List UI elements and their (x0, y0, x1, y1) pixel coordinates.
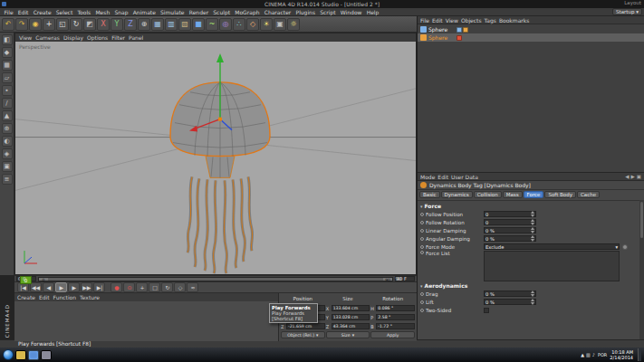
menu-mesh[interactable]: Mesh (93, 9, 112, 15)
drag-field[interactable]: 0 % (484, 291, 536, 297)
viewport-3d-scene[interactable] (15, 42, 416, 274)
keyframe-dot[interactable] (420, 229, 424, 233)
snap-icon[interactable]: ◈ (2, 148, 13, 159)
object-menu-objects[interactable]: Objects (461, 17, 485, 24)
coordinate-system-icon[interactable]: ⊕ (138, 18, 150, 31)
camera-icon[interactable]: ▣ (274, 18, 286, 31)
menu-render[interactable]: Render (187, 9, 211, 15)
object-row-sphere-0[interactable]: Sphere (418, 25, 644, 33)
object-menu-tags[interactable]: Tags (485, 17, 499, 24)
scrollbar-thumb[interactable] (640, 202, 643, 238)
select-knob-icon[interactable] (622, 244, 628, 250)
model-mode-icon[interactable]: ◆ (2, 47, 13, 58)
history-icon[interactable]: ≡ (2, 174, 13, 185)
object-row-sphere-1[interactable]: Sphere (418, 33, 644, 42)
workplane-mode-icon[interactable]: ▱ (2, 72, 13, 83)
force-list-box[interactable] (484, 251, 620, 281)
value-spinner[interactable] (531, 227, 534, 233)
next-frame-button[interactable]: ▶ (68, 282, 80, 292)
keyframe-dot[interactable] (420, 221, 424, 224)
live-selection-icon[interactable]: ◉ (29, 18, 42, 31)
coord-mode-select[interactable]: Object (Rel.)▾ (281, 331, 325, 338)
menu-mograph[interactable]: MoGraph (233, 9, 262, 15)
attr-tab-soft-body[interactable]: Soft Body (544, 191, 576, 198)
edges-mode-icon[interactable]: / (2, 98, 13, 109)
layout-select[interactable]: Startup ▾ (612, 8, 642, 15)
move-icon[interactable]: + (43, 18, 55, 31)
taskbar-explorer-icon[interactable] (15, 350, 26, 360)
section-collapse-icon[interactable]: ▾ (420, 204, 423, 209)
record-parameter-button[interactable]: ◇ (174, 282, 186, 292)
material-menu-texture[interactable]: Texture (80, 294, 103, 300)
attr-section-aerodynamics[interactable]: ▾Aerodynamics (420, 281, 639, 290)
section-collapse-icon[interactable]: ▾ (420, 283, 423, 289)
keyframe-dot[interactable] (420, 237, 424, 241)
cube-primitive-icon[interactable]: ■ (192, 18, 205, 31)
y-axis-arrowhead[interactable] (216, 53, 224, 62)
keyframe-dot[interactable] (420, 251, 424, 254)
language-indicator[interactable]: POR (598, 352, 607, 357)
attr-tab-cache[interactable]: Cache (577, 191, 600, 198)
last-tool-icon[interactable]: ◩ (83, 18, 96, 31)
value-spinner[interactable] (531, 211, 534, 217)
attribute-menu-mode[interactable]: Mode (420, 174, 437, 180)
go-to-end-button[interactable]: ▶| (93, 282, 105, 292)
object-tag-icon[interactable] (457, 27, 462, 33)
tray-volume-icon[interactable]: ♪ (592, 352, 595, 357)
render-settings-icon[interactable]: ▧ (178, 18, 191, 31)
next-key-button[interactable]: ▶▶ (81, 282, 92, 292)
keyframe-dot[interactable] (420, 213, 424, 216)
gizmo-origin[interactable] (218, 118, 222, 121)
menu-character[interactable]: Character (262, 9, 293, 15)
attribute-scrollbar[interactable] (639, 200, 644, 339)
light-icon[interactable]: ☼ (287, 18, 300, 31)
attr-tab-force[interactable]: Force (524, 191, 544, 198)
timeline-tick-0[interactable]: 0 (23, 276, 26, 281)
follow-position-field[interactable]: 0 (484, 211, 536, 217)
attribute-nav-icon-1[interactable]: ▶ (631, 174, 635, 179)
menu-script[interactable]: Script (318, 9, 339, 15)
lock-x-axis-icon[interactable]: X (97, 18, 110, 31)
viewport-menu-panel[interactable]: Panel (129, 34, 147, 41)
attribute-nav-icon-0[interactable]: ◀ (625, 174, 629, 179)
value-spinner[interactable] (531, 291, 534, 297)
attribute-menu-edit[interactable]: Edit (437, 174, 451, 180)
record-position-button[interactable]: + (136, 282, 148, 292)
show-desktop-button[interactable] (638, 348, 641, 361)
attr-tab-dynamics[interactable]: Dynamics (441, 191, 473, 198)
enable-axis-icon[interactable]: ⊕ (2, 123, 13, 134)
range-slider-bar[interactable] (39, 278, 392, 281)
viewport-menu-filter[interactable]: Filter (111, 34, 129, 41)
menu-help[interactable]: Help (364, 9, 381, 15)
menu-window[interactable]: Window (338, 9, 364, 15)
timeline-range-slider[interactable]: 0 90 (38, 277, 393, 281)
mograph-icon[interactable]: ∴ (233, 18, 245, 31)
range-start-handle[interactable]: 0 (39, 278, 48, 281)
menu-simulate[interactable]: Simulate (158, 9, 187, 15)
menu-plugins[interactable]: Plugins (293, 9, 318, 15)
spline-pen-icon[interactable]: ~ (206, 18, 218, 31)
polygons-mode-icon[interactable]: ▲ (2, 110, 13, 121)
value-spinner[interactable] (531, 299, 534, 305)
deformer-icon[interactable]: ◇ (246, 18, 259, 31)
size-x-field[interactable]: 133.604 cm (332, 305, 370, 311)
object-tag-icon[interactable] (457, 35, 462, 41)
attr-section-force[interactable]: ▾Force (420, 202, 639, 210)
keyframe-dot[interactable] (420, 309, 424, 312)
record-pla-button[interactable]: ≈ (187, 282, 198, 292)
viewport-menu-display[interactable]: Display (63, 34, 87, 41)
lock-z-axis-icon[interactable]: Z (124, 18, 137, 31)
linear-damping-field[interactable]: 0 % (484, 227, 536, 233)
record-rotation-button[interactable]: ↻ (161, 282, 173, 292)
play-forwards-button[interactable]: ▶ (55, 282, 67, 292)
viewport-menu-cameras[interactable]: Cameras (35, 34, 63, 41)
redo-icon[interactable]: ↷ (15, 18, 28, 31)
lock-workplane-icon[interactable]: ▣ (2, 161, 13, 172)
range-end-handle[interactable]: 90 (383, 278, 392, 281)
points-mode-icon[interactable]: ∙ (2, 85, 13, 96)
material-menu-function[interactable]: Function (53, 294, 81, 300)
menu-animate[interactable]: Animate (130, 9, 158, 15)
menu-snap[interactable]: Snap (112, 9, 130, 15)
menu-edit[interactable]: Edit (15, 9, 31, 15)
make-editable-icon[interactable]: ◧ (2, 34, 13, 45)
